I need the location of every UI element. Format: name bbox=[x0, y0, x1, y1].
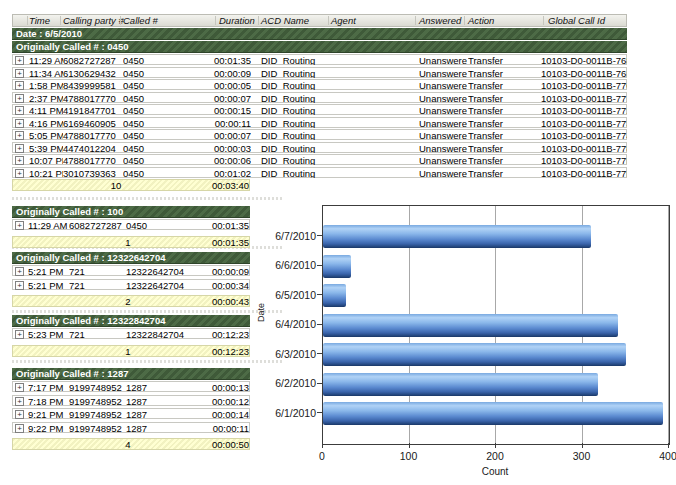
expand-icon[interactable]: + bbox=[15, 94, 24, 103]
header-divider bbox=[415, 16, 416, 25]
cell-duration: 00:00:11 bbox=[201, 424, 249, 433]
summary-total-duration: 00:01:35 bbox=[201, 238, 249, 248]
cell-time: 7:17 PM bbox=[28, 383, 68, 392]
cell-gcid: 10103-D0-0011B-770 bbox=[541, 81, 627, 90]
cell-action: Transfer bbox=[468, 169, 538, 178]
expand-icon[interactable]: + bbox=[15, 144, 24, 153]
summary-total-duration: 00:03:40 bbox=[203, 181, 249, 191]
cell-time: 10:07 PM bbox=[29, 156, 63, 165]
cell-action: Transfer bbox=[468, 144, 538, 153]
summary-total-duration: 00:00:43 bbox=[201, 297, 249, 307]
expand-icon[interactable]: + bbox=[15, 69, 24, 78]
bar[interactable] bbox=[323, 225, 591, 248]
x-axis-tick bbox=[582, 443, 583, 448]
expand-icon[interactable]: + bbox=[15, 383, 24, 392]
x-tick-label: 200 bbox=[475, 450, 515, 462]
bar[interactable] bbox=[323, 255, 351, 278]
cell-acd: DID_Routing bbox=[261, 144, 329, 153]
table-row: +2:37 PM4788017770045000:00:07DID_Routin… bbox=[12, 92, 627, 103]
cell-time: 9:22 PM bbox=[28, 424, 68, 433]
expand-icon[interactable]: + bbox=[15, 81, 24, 90]
cell-calling: 721 bbox=[69, 281, 124, 290]
summary-count: 1 bbox=[113, 238, 143, 248]
cell-duration: 00:12:23 bbox=[201, 330, 249, 339]
expand-icon[interactable]: + bbox=[15, 131, 24, 140]
cell-time: 9:21 PM bbox=[28, 410, 68, 419]
table-row: +7:18 PM9199748952128700:00:12 bbox=[12, 395, 250, 406]
cell-time: 1:58 PM bbox=[29, 81, 63, 90]
expand-icon[interactable]: + bbox=[15, 56, 24, 65]
cell-gcid: 10103-D0-0011B-77E bbox=[541, 156, 627, 165]
cell-duration: 00:01:35 bbox=[201, 221, 249, 230]
cell-duration: 00:01:02 bbox=[205, 169, 251, 178]
summary-total-duration: 00:00:50 bbox=[201, 440, 249, 450]
cell-time: 11:29 AM bbox=[28, 221, 68, 230]
cell-gcid: 10103-D0-0011B-76F bbox=[541, 69, 627, 78]
expand-icon[interactable]: + bbox=[15, 156, 24, 165]
column-header: ACD Name bbox=[261, 15, 309, 27]
cell-time: 5:39 PM bbox=[29, 144, 63, 153]
bar[interactable] bbox=[323, 284, 346, 307]
summary-count: 4 bbox=[113, 440, 143, 450]
cell-gcid: 10103-D0-0011B-772 bbox=[541, 106, 627, 115]
y-axis-title: Date bbox=[256, 303, 266, 322]
calls-per-day-chart: Date Count 01002003004006/7/20106/6/2010… bbox=[256, 195, 676, 485]
y-axis-tick bbox=[317, 294, 322, 295]
summary-total-duration: 00:12:23 bbox=[201, 347, 249, 357]
y-category-label: 6/5/2010 bbox=[268, 289, 316, 301]
expand-icon[interactable]: + bbox=[15, 330, 24, 339]
cell-action: Transfer bbox=[468, 56, 538, 65]
expand-icon[interactable]: + bbox=[15, 410, 24, 419]
gridline bbox=[668, 206, 669, 444]
cell-called: 0450 bbox=[123, 144, 203, 153]
cell-called: 12322842704 bbox=[126, 330, 198, 339]
header-divider bbox=[258, 16, 259, 25]
column-header: Agent bbox=[331, 15, 356, 27]
separator bbox=[12, 360, 282, 363]
cell-gcid: 10103-D0-0011B-768 bbox=[541, 56, 627, 65]
cell-called: 12322642704 bbox=[126, 267, 198, 276]
cell-acd: DID_Routing bbox=[261, 56, 329, 65]
cell-action: Transfer bbox=[468, 156, 538, 165]
cell-calling: 9199748952 bbox=[69, 397, 124, 406]
expand-icon[interactable]: + bbox=[15, 221, 24, 230]
cell-action: Transfer bbox=[468, 69, 538, 78]
cell-calling: 4788017770 bbox=[63, 131, 121, 140]
group-summary-row: 200:00:43 bbox=[12, 295, 250, 307]
cell-calling: 721 bbox=[69, 267, 124, 276]
expand-icon[interactable]: + bbox=[15, 169, 24, 178]
expand-icon[interactable]: + bbox=[15, 281, 24, 290]
cell-called: 0450 bbox=[123, 156, 203, 165]
cell-calling: 6130629432 bbox=[63, 69, 121, 78]
x-axis-tick bbox=[668, 443, 669, 448]
cell-called: 12322642704 bbox=[126, 281, 198, 290]
expand-icon[interactable]: + bbox=[15, 267, 24, 276]
cell-duration: 00:00:11 bbox=[205, 119, 251, 128]
cell-called: 0450 bbox=[123, 69, 203, 78]
y-category-label: 6/2/2010 bbox=[268, 377, 316, 389]
cell-action: Transfer bbox=[468, 94, 538, 103]
bar[interactable] bbox=[323, 402, 663, 425]
cell-gcid: 10103-D0-0011B-774 bbox=[541, 131, 627, 140]
cell-answered: Unanswered bbox=[419, 119, 467, 128]
separator bbox=[12, 197, 282, 200]
expand-icon[interactable]: + bbox=[15, 106, 24, 115]
cell-gcid: 10103-D0-0011B-771 bbox=[541, 94, 627, 103]
table-row: +1:58 PM8439999581045000:00:05DID_Routin… bbox=[12, 79, 627, 90]
header-divider bbox=[60, 16, 61, 25]
expand-icon[interactable]: + bbox=[15, 424, 24, 433]
bar[interactable] bbox=[323, 343, 626, 366]
bar[interactable] bbox=[323, 373, 598, 396]
expand-icon[interactable]: + bbox=[15, 397, 24, 406]
cell-calling: 4474012204 bbox=[63, 144, 121, 153]
header-divider bbox=[543, 16, 544, 25]
bar[interactable] bbox=[323, 314, 618, 337]
group-summary-row: 100:01:35 bbox=[12, 236, 250, 248]
cell-action: Transfer bbox=[468, 131, 538, 140]
expand-icon[interactable]: + bbox=[15, 119, 24, 128]
cell-acd: DID_Routing bbox=[261, 81, 329, 90]
header-divider bbox=[215, 16, 216, 25]
group-summary-row: 400:00:50 bbox=[12, 438, 250, 450]
cell-acd: DID_Routing bbox=[261, 156, 329, 165]
cell-time: 5:21 PM bbox=[28, 281, 68, 290]
